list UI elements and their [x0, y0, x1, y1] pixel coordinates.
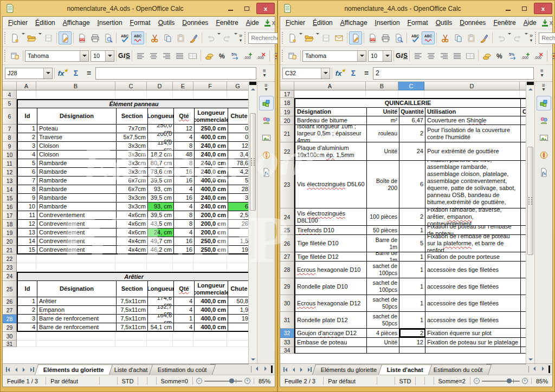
cell[interactable]: 2	[18, 306, 37, 314]
cell[interactable]: 12	[174, 125, 195, 133]
cell[interactable]: 250,0 cm	[195, 237, 228, 245]
cell[interactable]	[36, 90, 115, 99]
align-justify-icon[interactable]	[450, 49, 463, 62]
column-header-B[interactable]: B	[36, 82, 115, 90]
search-input[interactable]	[541, 35, 555, 41]
row-header-30[interactable]: 30	[280, 295, 294, 312]
row-header-19[interactable]: 19	[3, 228, 17, 237]
titlebar[interactable]: nomenclature_4A.ods - OpenOffice Calc x	[1, 1, 277, 16]
delete-decimal-icon[interactable]: .000	[255, 49, 268, 62]
gallery-icon[interactable]	[537, 130, 551, 145]
row-header-8[interactable]: 8	[3, 133, 17, 142]
row-header-15[interactable]: 15	[3, 194, 17, 202]
page-preview-icon[interactable]	[392, 31, 405, 44]
cell[interactable]: 7,5x11cm	[117, 306, 148, 314]
cell[interactable]: 1,5	[228, 237, 248, 245]
edit-mode-icon[interactable]	[59, 31, 72, 44]
align-left-icon[interactable]	[411, 49, 424, 62]
cell[interactable]: accessoire des tige filetées	[425, 262, 521, 278]
row-header-16[interactable]: 16	[3, 202, 17, 211]
cell[interactable]: 4	[174, 297, 195, 305]
scroll-down-icon[interactable]	[249, 356, 257, 363]
cell[interactable]: 8	[174, 211, 195, 219]
cell[interactable]	[399, 347, 425, 353]
table-title[interactable]: QUINCAILLERIE	[295, 99, 521, 107]
cell[interactable]: 2	[399, 125, 425, 142]
zoom-slider[interactable]: − +	[470, 378, 532, 384]
function-wizard-icon[interactable]: fx★	[334, 67, 347, 80]
cell[interactable]: Id	[18, 108, 37, 124]
cell[interactable]: 250,0 cm	[195, 246, 228, 253]
cell[interactable]: 12	[399, 338, 425, 347]
properties-cube-icon[interactable]	[259, 96, 274, 110]
toolbar-grip[interactable]	[282, 32, 284, 44]
cell[interactable]: 3	[228, 194, 248, 202]
cell[interactable]: 8	[174, 159, 195, 167]
styles-icon[interactable]	[537, 113, 551, 128]
row-header-17[interactable]: 17	[280, 90, 294, 98]
cell[interactable]: Goujon d'ancrage D12	[295, 329, 367, 337]
cell[interactable]: Unité	[367, 338, 399, 347]
cell[interactable]: 16	[174, 177, 195, 185]
font-name-select[interactable]: Tahoma	[25, 50, 89, 62]
cell[interactable]	[367, 347, 399, 353]
cell[interactable]: Tige filetée D10	[295, 235, 367, 252]
table-title[interactable]: Élément panneau	[18, 100, 248, 108]
menu-affichage[interactable]: Affichage	[59, 18, 94, 27]
sheet-nav-previous-icon[interactable]	[289, 365, 298, 374]
row-header-33[interactable]: 33	[280, 338, 294, 347]
export-pdf-icon[interactable]: PDF	[366, 31, 379, 44]
cell[interactable]: Isolant longueur 10m ; largeur 0,5m ; ép…	[295, 125, 367, 142]
sheet-tab-1[interactable]: Eléments du gloriette	[35, 364, 113, 375]
cell[interactable]: Arêtier	[37, 297, 117, 305]
undo-dropdown-icon[interactable]	[507, 35, 511, 41]
cell[interactable]	[521, 329, 526, 337]
cell[interactable]	[227, 254, 248, 263]
cell[interactable]: 15	[18, 246, 37, 253]
cell[interactable]: 3	[18, 315, 37, 323]
function-wizard-icon[interactable]: fx★	[56, 67, 69, 80]
add-decimal-icon[interactable]: .000	[242, 49, 255, 62]
toolbar-grip[interactable]	[4, 32, 7, 44]
cell[interactable]: Longueur	[148, 281, 174, 297]
cell[interactable]	[521, 262, 526, 278]
zoom-level[interactable]: 85%	[532, 377, 552, 385]
cell[interactable]: 6	[228, 202, 248, 211]
row-header-23[interactable]: 23	[3, 263, 17, 272]
cell[interactable]	[521, 252, 526, 261]
row-header-10[interactable]: 10	[3, 151, 17, 159]
sheet-tab-2[interactable]: Liste d'achat	[378, 364, 432, 375]
format-paintbrush-icon[interactable]	[187, 31, 200, 44]
cell[interactable]: Désignation	[295, 108, 367, 116]
cell[interactable]	[17, 263, 36, 271]
cell[interactable]: 1,9	[228, 306, 248, 314]
equals-icon[interactable]: =	[360, 67, 373, 80]
align-right-icon[interactable]	[437, 49, 450, 62]
row-header-29[interactable]: 29	[280, 278, 294, 295]
close-document-icon[interactable]: x	[272, 18, 275, 28]
cell[interactable]	[521, 208, 526, 225]
format-exchange-icon[interactable]: 5%	[229, 49, 242, 62]
cell[interactable]	[424, 90, 520, 97]
cell[interactable]: 0	[228, 133, 248, 141]
cell[interactable]: 11	[18, 211, 37, 219]
currency-icon[interactable]	[203, 49, 216, 62]
bold-button[interactable]: G	[118, 50, 123, 62]
cell[interactable]: 78,6	[228, 159, 248, 167]
cell[interactable]: 8	[174, 220, 195, 228]
menu-affichage[interactable]: Affichage	[337, 18, 371, 27]
new-document-icon[interactable]	[8, 31, 21, 44]
cell[interactable]	[520, 90, 526, 97]
cell[interactable]: rouleau	[367, 125, 399, 142]
copy-icon[interactable]	[451, 31, 464, 44]
cell[interactable]: m²	[367, 116, 399, 125]
cell[interactable]: 39,5 cm	[148, 194, 174, 202]
cell[interactable]: 28	[228, 185, 248, 193]
cell[interactable]: Longueur commerciale	[195, 108, 228, 124]
cell[interactable]: 16	[174, 237, 195, 245]
cell[interactable]: 200,0 cm	[195, 211, 228, 219]
format-paintbrush-icon[interactable]	[477, 31, 491, 44]
menu-outils[interactable]: Outils	[432, 18, 456, 27]
row-header-21[interactable]: 21	[280, 125, 294, 142]
functions-icon[interactable]: fx	[537, 165, 551, 180]
